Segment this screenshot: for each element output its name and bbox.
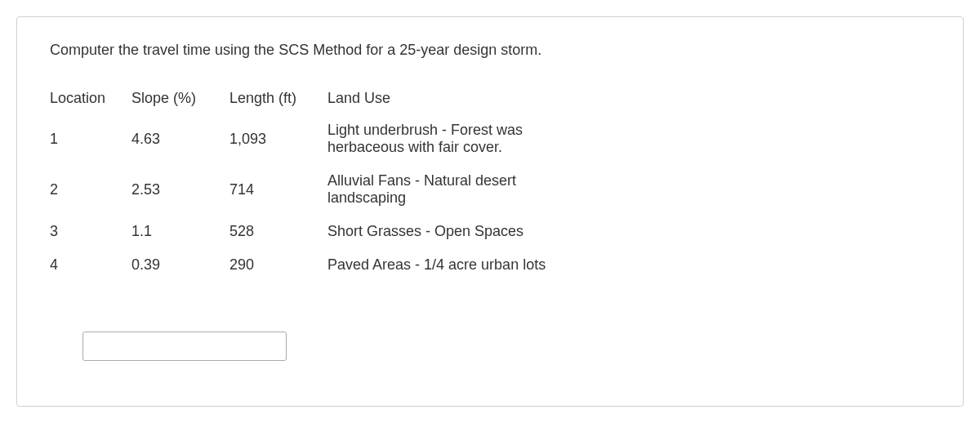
table-row: 4 0.39 290 Paved Areas - 1/4 acre urban … [50, 248, 613, 282]
cell-landuse: Paved Areas - 1/4 acre urban lots [327, 248, 613, 282]
cell-length: 290 [229, 248, 327, 282]
cell-landuse: Alluvial Fans - Natural desert landscapi… [327, 164, 613, 215]
answer-input[interactable] [82, 332, 287, 361]
cell-slope: 0.39 [131, 248, 229, 282]
table-row: 1 4.63 1,093 Light underbrush - Forest w… [50, 114, 613, 164]
table-row: 2 2.53 714 Alluvial Fans - Natural deser… [50, 164, 613, 215]
cell-length: 1,093 [229, 114, 327, 164]
cell-location: 3 [50, 215, 131, 248]
header-location: Location [50, 83, 131, 114]
question-prompt: Computer the travel time using the SCS M… [50, 42, 930, 59]
cell-location: 4 [50, 248, 131, 282]
cell-slope: 1.1 [131, 215, 229, 248]
cell-slope: 4.63 [131, 114, 229, 164]
cell-length: 714 [229, 164, 327, 215]
cell-location: 2 [50, 164, 131, 215]
data-table: Location Slope (%) Length (ft) Land Use … [50, 83, 613, 282]
header-slope: Slope (%) [131, 83, 229, 114]
header-landuse: Land Use [327, 83, 613, 114]
question-container: Computer the travel time using the SCS M… [16, 16, 964, 407]
table-row: 3 1.1 528 Short Grasses - Open Spaces [50, 215, 613, 248]
cell-slope: 2.53 [131, 164, 229, 215]
cell-landuse: Light underbrush - Forest was herbaceous… [327, 114, 613, 164]
cell-location: 1 [50, 114, 131, 164]
table-header-row: Location Slope (%) Length (ft) Land Use [50, 83, 613, 114]
cell-length: 528 [229, 215, 327, 248]
header-length: Length (ft) [229, 83, 327, 114]
cell-landuse: Short Grasses - Open Spaces [327, 215, 613, 248]
